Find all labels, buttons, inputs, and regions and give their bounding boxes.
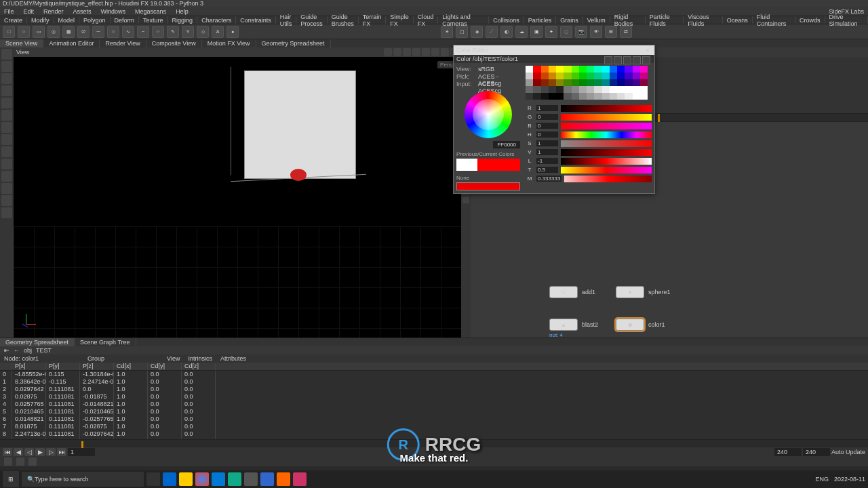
palette-swatch[interactable] bbox=[602, 86, 610, 93]
play-button[interactable]: ▶ bbox=[35, 448, 45, 456]
shelf-tab[interactable]: Modify bbox=[27, 16, 54, 24]
uvcam-icon[interactable]: ⊞ bbox=[605, 26, 617, 38]
shelf-tab[interactable]: Rigid Bodies bbox=[610, 16, 646, 24]
ce-tab-icon[interactable] bbox=[604, 56, 612, 64]
table-row[interactable]: 60.01488210.111081-0.02577651.00.00.0 bbox=[0, 415, 868, 423]
brush-tool-icon[interactable] bbox=[1, 110, 12, 121]
scale-tool-icon[interactable] bbox=[1, 85, 12, 96]
ss-path-obj[interactable]: obj bbox=[24, 347, 32, 354]
misc-tool-icon[interactable] bbox=[1, 195, 12, 206]
view-tool-icon[interactable] bbox=[1, 134, 12, 145]
box-icon[interactable]: □ bbox=[3, 26, 15, 38]
palette-swatch[interactable] bbox=[602, 79, 610, 86]
ss-group[interactable]: Group bbox=[87, 355, 104, 362]
slider-value[interactable]: -1 bbox=[536, 158, 558, 164]
sculpt-tool-icon[interactable] bbox=[1, 183, 12, 194]
tab-scenegraph[interactable]: Scene Graph Tree bbox=[75, 338, 136, 346]
palette-swatch[interactable] bbox=[526, 79, 533, 86]
tab-compview[interactable]: Composite View bbox=[146, 39, 202, 47]
palette-swatch[interactable] bbox=[610, 79, 617, 86]
platonic-icon[interactable]: ◇ bbox=[197, 26, 209, 38]
slider-value[interactable]: 1 bbox=[536, 105, 558, 111]
palette-swatch[interactable] bbox=[625, 73, 632, 79]
palette-swatch[interactable] bbox=[640, 86, 648, 93]
slider-track[interactable] bbox=[561, 149, 652, 156]
palette-swatch[interactable] bbox=[602, 66, 610, 73]
auto-update-label[interactable]: Auto Update bbox=[831, 449, 865, 455]
prev-frame-button[interactable]: ◀ bbox=[14, 448, 23, 456]
vp-btn-icon[interactable] bbox=[393, 48, 401, 56]
slider-value[interactable]: 0 bbox=[536, 131, 558, 138]
misc2-tool-icon[interactable] bbox=[1, 207, 12, 218]
menu-windows[interactable]: Windows bbox=[101, 8, 126, 15]
arealight-icon[interactable]: ▢ bbox=[456, 26, 468, 38]
shelf-tab[interactable]: Crowds bbox=[795, 16, 825, 24]
palette-swatch[interactable] bbox=[556, 86, 564, 93]
app-icon[interactable] bbox=[146, 472, 160, 486]
ss-attributes[interactable]: Attributes bbox=[220, 355, 246, 362]
slider-track[interactable] bbox=[561, 123, 652, 129]
shelf-tab[interactable]: Vellum bbox=[583, 16, 610, 24]
palette-swatch[interactable] bbox=[594, 86, 601, 93]
color-wheel[interactable] bbox=[465, 91, 512, 138]
palette-swatch[interactable] bbox=[556, 79, 564, 86]
geolight-icon[interactable]: ◈ bbox=[471, 26, 483, 38]
palette-swatch[interactable] bbox=[617, 73, 625, 79]
ce-view[interactable]: sRGB bbox=[478, 66, 494, 73]
palette-swatch[interactable] bbox=[541, 86, 549, 93]
palette-swatch[interactable] bbox=[587, 66, 594, 73]
palette-swatch[interactable] bbox=[587, 86, 594, 93]
shelf-tab[interactable]: Particle Fluids bbox=[646, 16, 684, 24]
palette-swatch[interactable] bbox=[610, 93, 617, 100]
palette-swatch[interactable] bbox=[572, 86, 579, 93]
palette-swatch[interactable] bbox=[633, 79, 640, 86]
tray-lang[interactable]: ENG bbox=[815, 476, 829, 483]
close-icon[interactable]: × bbox=[644, 47, 652, 54]
palette-swatch[interactable] bbox=[564, 86, 571, 93]
portallight-icon[interactable]: ▣ bbox=[530, 26, 542, 38]
current-frame-field[interactable]: 1 bbox=[68, 448, 95, 456]
first-frame-button[interactable]: ⏮ bbox=[3, 448, 12, 456]
grid-icon[interactable]: ▦ bbox=[62, 26, 75, 38]
status-icon[interactable] bbox=[28, 458, 37, 466]
palette-swatch[interactable] bbox=[625, 79, 632, 86]
table-row[interactable]: 18.38642e-09-0.1152.24714e-081.00.00.0 bbox=[0, 378, 868, 386]
switcher-icon[interactable]: ⇄ bbox=[620, 26, 632, 38]
ce-tab-icon[interactable] bbox=[614, 56, 622, 64]
table-row[interactable]: 40.02577650.111081-0.01488211.00.00.0 bbox=[0, 401, 868, 408]
shelf-tab[interactable]: Viscous Fluids bbox=[684, 16, 723, 24]
shelf-tab[interactable]: Constraints bbox=[236, 16, 276, 24]
shelf-tab[interactable]: Cloud FX bbox=[414, 16, 439, 24]
shelf-tab[interactable]: Characters bbox=[197, 16, 236, 24]
palette-swatch[interactable] bbox=[587, 93, 594, 100]
tab-animeditor[interactable]: Animation Editor bbox=[43, 39, 100, 47]
palette-swatch[interactable] bbox=[640, 73, 648, 79]
color-editor-window[interactable]: Color Editor × Color /obj/TEST/color1 Vi… bbox=[453, 45, 655, 194]
chrome-icon[interactable] bbox=[195, 472, 209, 486]
palette-swatch[interactable] bbox=[549, 79, 556, 86]
palette-swatch[interactable] bbox=[633, 86, 640, 93]
menu-megascans[interactable]: Megascans bbox=[135, 8, 166, 15]
palette-swatch[interactable] bbox=[526, 93, 533, 100]
inspect-tool-icon[interactable] bbox=[1, 146, 12, 157]
taskbar-search[interactable]: 🔍 Type here to search bbox=[22, 472, 144, 487]
vp-btn-icon[interactable] bbox=[441, 48, 449, 56]
node-blast2[interactable]: ▲blast2not: 4 bbox=[549, 319, 598, 331]
palette-swatch[interactable] bbox=[541, 66, 549, 73]
palette-swatch[interactable] bbox=[549, 93, 556, 100]
app-icon[interactable] bbox=[228, 472, 241, 486]
app-icon[interactable] bbox=[179, 472, 193, 486]
palette-swatch[interactable] bbox=[610, 86, 617, 93]
table-row[interactable]: 0-4.85552e-080.115-1.30184e-071.00.00.0 bbox=[0, 371, 868, 378]
app-icon[interactable] bbox=[293, 472, 307, 486]
app-icon[interactable] bbox=[163, 472, 176, 486]
envlight-icon[interactable]: ◐ bbox=[500, 26, 513, 38]
torus-icon[interactable]: ◎ bbox=[47, 26, 60, 38]
eyedropper-icon[interactable] bbox=[499, 159, 520, 171]
palette-swatch[interactable] bbox=[541, 93, 549, 100]
ce-pick[interactable]: ACES - ACEScg bbox=[478, 73, 520, 81]
ce-input[interactable]: ACES - ACEScg bbox=[478, 81, 520, 88]
ss-intrinsics[interactable]: Intrinsics bbox=[188, 355, 212, 362]
slider-track[interactable] bbox=[561, 167, 652, 174]
metaball-icon[interactable]: ● bbox=[226, 26, 239, 38]
